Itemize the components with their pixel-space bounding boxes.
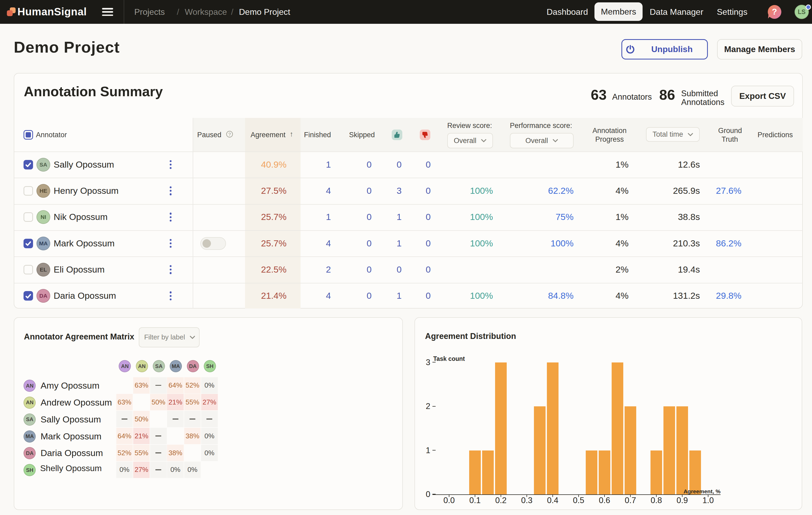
svg-text:?: ? [772, 7, 777, 17]
